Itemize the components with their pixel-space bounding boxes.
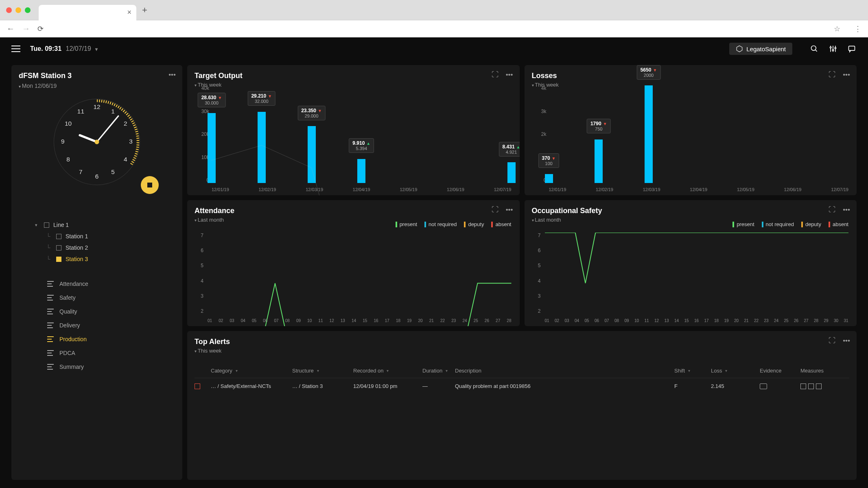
svg-point-8 [835, 48, 836, 49]
more-icon[interactable]: ••• [506, 206, 513, 214]
browser-toolbar: ← → ⟳ ☆ ⋮ [0, 20, 868, 37]
browser-menu-icon[interactable]: ⋮ [854, 24, 861, 33]
panel-safety: ⛶••• Occupational Safety Last month pres… [525, 200, 857, 326]
header-datetime[interactable]: Tue. 09:31 12/07/19 ▾ [30, 45, 98, 52]
x-axis: 0102030405060708091011121314151617181920… [545, 318, 849, 323]
dashboard-grid: ••• dFSM Station 3 Mon 12/06/19 [0, 60, 868, 488]
expand-icon[interactable]: ⛶ [492, 206, 498, 214]
svg-point-25 [95, 140, 99, 144]
svg-point-1 [811, 46, 816, 51]
tree-node-station2[interactable]: └ Station 2 [35, 242, 175, 253]
measures-icons[interactable] [800, 383, 822, 389]
more-icon[interactable]: ••• [506, 71, 513, 79]
list-icon [47, 350, 54, 356]
svg-point-6 [830, 47, 831, 48]
legend-present: present [400, 221, 417, 227]
tree-node-station1[interactable]: └ Station 1 [35, 231, 175, 242]
tree-branch-icon: └ [46, 256, 50, 262]
expand-icon[interactable]: ⛶ [829, 337, 835, 345]
tree-branch-icon: └ [46, 233, 50, 240]
x-axis: 0102030405060708091011121314151617181920… [208, 318, 512, 323]
col-measures[interactable]: Measures [800, 368, 849, 374]
cell-category: … / Safety/External-NCTs [211, 383, 292, 389]
menu-label: Delivery [59, 322, 80, 329]
menu-item-safety[interactable]: Safety [47, 291, 175, 305]
legend-notrequired: not required [766, 221, 794, 227]
app-root: Tue. 09:31 12/07/19 ▾ LegatoSapient ••• … [0, 37, 868, 488]
more-icon[interactable]: ••• [843, 71, 850, 79]
expand-icon[interactable]: ⛶ [492, 71, 498, 79]
col-duration[interactable]: Duration▾ [422, 368, 455, 374]
svg-line-2 [816, 50, 817, 52]
svg-text:1: 1 [111, 108, 115, 115]
minimize-window-icon[interactable] [15, 7, 21, 13]
svg-point-7 [832, 50, 833, 51]
header-daytime: Tue. 09:31 [30, 45, 61, 52]
menu-item-production[interactable]: Production [47, 332, 175, 346]
col-category[interactable]: Category▾ [211, 368, 292, 374]
tree-node-line1[interactable]: ▾ Line 1 [35, 219, 175, 231]
bookmark-icon[interactable]: ☆ [834, 24, 840, 33]
back-icon[interactable]: ← [7, 24, 15, 33]
y-axis: 765432 [532, 233, 541, 314]
more-icon[interactable]: ••• [168, 71, 176, 79]
chevron-down-icon: ▾ [35, 222, 40, 228]
browser-tab[interactable]: × [39, 5, 136, 20]
app-header: Tue. 09:31 12/07/19 ▾ LegatoSapient [0, 37, 868, 60]
col-recorded[interactable]: Recorded on▾ [353, 368, 422, 374]
forward-icon[interactable]: → [22, 24, 30, 33]
close-tab-icon[interactable]: × [127, 8, 131, 17]
clock-stop-button[interactable] [141, 176, 159, 194]
svg-marker-0 [737, 46, 742, 52]
menu-item-quality[interactable]: Quality [47, 305, 175, 318]
menu-item-pdca[interactable]: PDCA [47, 346, 175, 360]
analog-clock: 1212 345 678 91011 [19, 97, 175, 187]
svg-text:2: 2 [124, 120, 127, 127]
more-icon[interactable]: ••• [843, 206, 850, 214]
list-icon [47, 295, 54, 301]
col-loss[interactable]: Loss▾ [711, 368, 760, 374]
image-icon[interactable] [760, 383, 767, 389]
reload-icon[interactable]: ⟳ [37, 24, 44, 33]
sort-icon: ▾ [446, 368, 448, 373]
more-icon[interactable]: ••• [843, 337, 850, 345]
checkbox-icon[interactable] [44, 222, 49, 228]
col-description[interactable]: Description [455, 368, 674, 374]
checkbox-icon[interactable] [195, 383, 200, 389]
list-icon [47, 364, 54, 370]
legend-absent: absent [833, 221, 848, 227]
maximize-window-icon[interactable] [25, 7, 31, 13]
settings-sliders-icon[interactable] [828, 44, 838, 54]
legend-notrequired: not required [429, 221, 457, 227]
expand-icon[interactable]: ⛶ [829, 71, 835, 79]
menu-icon[interactable] [11, 46, 20, 52]
svg-text:3: 3 [129, 138, 133, 145]
cell-recorded: 12/04/19 01:00 pm [353, 383, 422, 389]
chart-safety [545, 233, 849, 314]
list-icon [47, 336, 54, 342]
menu-item-attendance[interactable]: Attendance [47, 277, 175, 291]
new-tab-icon[interactable]: + [142, 5, 147, 15]
col-structure[interactable]: Structure▾ [292, 368, 353, 374]
menu-label: Production [59, 336, 87, 342]
checkbox-icon[interactable] [56, 257, 61, 262]
chat-icon[interactable] [847, 44, 857, 54]
station-subtitle: Mon 12/06/19 [19, 83, 175, 89]
close-window-icon[interactable] [6, 7, 12, 13]
tree-node-station3[interactable]: └ Station 3 [35, 253, 175, 265]
sort-icon: ▾ [317, 368, 319, 373]
menu-item-summary[interactable]: Summary [47, 360, 175, 374]
tree-label: Line 1 [53, 222, 69, 228]
checkbox-icon[interactable] [56, 245, 61, 251]
cell-description: Quality problem at part 0019856 [455, 383, 674, 389]
menu-item-delivery[interactable]: Delivery [47, 318, 175, 332]
menu-label: Summary [59, 364, 84, 370]
col-shift[interactable]: Shift▾ [674, 368, 711, 374]
expand-icon[interactable]: ⛶ [829, 206, 835, 214]
col-evidence[interactable]: Evidence [760, 368, 800, 374]
table-row[interactable]: … / Safety/External-NCTs … / Station 3 1… [195, 378, 849, 394]
search-icon[interactable] [809, 44, 819, 54]
sort-icon: ▾ [387, 368, 389, 373]
menu-label: Quality [59, 308, 77, 315]
checkbox-icon[interactable] [56, 234, 61, 239]
